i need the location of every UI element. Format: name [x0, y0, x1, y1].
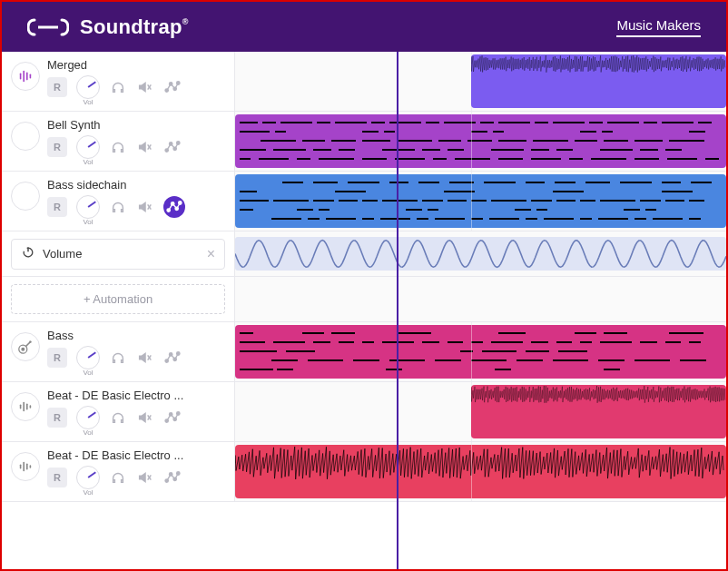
svg-point-54 — [177, 472, 180, 475]
svg-point-26 — [22, 348, 25, 350]
track-header-beat2: Beat - DE Basic Electro ... R Vol — [2, 442, 235, 501]
track-header-beat1: Beat - DE Basic Electro ... R Vol — [2, 382, 235, 441]
track-type-icon[interactable] — [11, 122, 40, 151]
mute-icon[interactable] — [136, 349, 154, 367]
svg-point-16 — [177, 142, 180, 144]
clip-bass_sc[interactable] — [235, 174, 726, 228]
track-name-label[interactable]: Merged — [47, 58, 225, 72]
track-header-bellsynth: Bell Synth R Vol — [2, 112, 235, 171]
automation-row: Volume × — [2, 231, 726, 277]
track-header-bass: Bass R Vol — [2, 322, 235, 381]
headphones-icon[interactable] — [109, 409, 127, 427]
mute-icon[interactable] — [136, 138, 154, 156]
svg-rect-0 — [38, 25, 58, 28]
volume-knob[interactable]: Vol — [76, 346, 100, 369]
record-arm-button[interactable]: R — [47, 348, 67, 368]
track-type-icon[interactable] — [11, 182, 40, 211]
record-arm-button[interactable]: R — [47, 468, 67, 487]
record-arm-button[interactable]: R — [47, 408, 67, 428]
svg-point-33 — [173, 358, 176, 360]
track-timeline[interactable] — [235, 172, 726, 231]
svg-point-13 — [165, 149, 168, 152]
mute-icon[interactable] — [136, 468, 154, 487]
clip-beat1[interactable] — [471, 385, 726, 438]
mute-icon[interactable] — [136, 409, 154, 427]
volume-knob[interactable]: Vol — [76, 466, 100, 489]
svg-point-19 — [167, 209, 170, 212]
volume-knob[interactable]: Vol — [76, 75, 100, 99]
track-header-merged: Merged R Vol — [2, 52, 235, 111]
clip-merged[interactable] — [471, 54, 726, 108]
add-automation-button[interactable]: + Automation — [11, 284, 225, 314]
app-header: Soundtrap® Music Makers — [2, 2, 726, 52]
record-arm-button[interactable]: R — [47, 137, 67, 157]
svg-point-34 — [177, 352, 180, 355]
track-header-bass_sc: Bass sidechain R Vol — [2, 172, 235, 231]
power-icon — [21, 245, 35, 263]
automation-icon[interactable] — [163, 196, 185, 218]
track-name-label[interactable]: Beat - DE Basic Electro ... — [47, 389, 225, 402]
headphones-icon[interactable] — [109, 349, 127, 367]
automation-icon[interactable] — [163, 468, 182, 487]
svg-point-44 — [177, 412, 180, 415]
track-type-icon[interactable] — [11, 62, 40, 91]
track-row-bass_sc: Bass sidechain R Vol — [2, 172, 726, 231]
track-row-beat2: Beat - DE Basic Electro ... R Vol — [2, 442, 726, 502]
volume-knob[interactable]: Vol — [76, 406, 100, 429]
mute-icon[interactable] — [136, 198, 154, 216]
track-name-label[interactable]: Bass — [47, 329, 225, 342]
track-timeline[interactable] — [235, 382, 726, 441]
svg-point-15 — [173, 147, 176, 150]
mute-icon[interactable] — [136, 78, 154, 96]
track-type-icon[interactable] — [11, 392, 40, 421]
track-timeline[interactable] — [235, 322, 726, 381]
logo[interactable]: Soundtrap® — [27, 15, 189, 39]
headphones-icon[interactable] — [109, 78, 127, 96]
volume-knob[interactable]: Vol — [76, 135, 100, 159]
track-timeline[interactable] — [235, 52, 726, 111]
track-row-merged: Merged R Vol — [2, 52, 726, 112]
track-timeline[interactable] — [235, 442, 726, 501]
track-name-label[interactable]: Bass sidechain — [47, 178, 225, 192]
automation-icon[interactable] — [163, 138, 182, 156]
volume-knob[interactable]: Vol — [76, 195, 100, 219]
svg-point-7 — [165, 89, 168, 92]
record-arm-button[interactable]: R — [47, 197, 67, 217]
svg-point-53 — [173, 477, 176, 480]
track-name-label[interactable]: Bell Synth — [47, 118, 225, 132]
nav-music-makers[interactable]: Music Makers — [616, 17, 701, 37]
close-icon[interactable]: × — [207, 246, 215, 262]
clip-bass[interactable] — [235, 325, 726, 379]
svg-point-32 — [170, 353, 172, 356]
track-name-label[interactable]: Beat - DE Basic Electro ... — [47, 448, 225, 462]
svg-point-22 — [179, 202, 182, 204]
automation-icon[interactable] — [163, 78, 182, 96]
svg-point-21 — [175, 207, 178, 210]
automation-icon[interactable] — [163, 349, 182, 367]
track-type-icon[interactable] — [11, 452, 40, 481]
automation-empty-timeline — [235, 277, 726, 321]
clip-beat2[interactable] — [235, 445, 726, 498]
automation-icon[interactable] — [163, 409, 182, 427]
headphones-icon[interactable] — [109, 138, 127, 156]
headphones-icon[interactable] — [109, 198, 127, 216]
svg-point-9 — [173, 87, 176, 90]
headphones-icon[interactable] — [109, 468, 127, 487]
svg-point-20 — [172, 202, 174, 205]
add-automation-row: + Automation — [2, 277, 726, 322]
tracks-container: Merged R Vol Bell Synth R Vol — [2, 52, 726, 502]
automation-timeline[interactable] — [235, 231, 726, 276]
track-type-icon[interactable] — [11, 332, 40, 361]
svg-point-10 — [177, 82, 180, 84]
logo-mark-icon — [27, 17, 69, 37]
track-timeline[interactable] — [235, 112, 726, 171]
automation-param-select[interactable]: Volume × — [11, 239, 225, 270]
track-row-bellsynth: Bell Synth R Vol — [2, 112, 726, 172]
svg-point-43 — [173, 418, 176, 420]
record-arm-button[interactable]: R — [47, 77, 67, 97]
track-row-beat1: Beat - DE Basic Electro ... R Vol — [2, 382, 726, 442]
svg-point-31 — [165, 359, 168, 362]
svg-point-8 — [170, 83, 172, 85]
brand-text: Soundtrap® — [80, 15, 189, 39]
clip-bellsynth[interactable] — [235, 114, 726, 168]
